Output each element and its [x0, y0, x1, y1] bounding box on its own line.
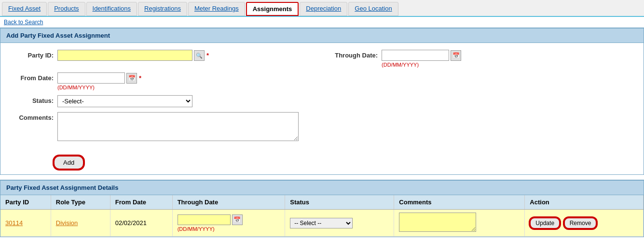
- from-date-group: From Date: 📅 * (DD/MM/YYYY): [10, 72, 141, 90]
- comments-textarea[interactable]: [57, 112, 299, 141]
- from-date-hint: (DD/MM/YYYY): [57, 85, 141, 90]
- through-date-input[interactable]: [382, 50, 449, 61]
- form-row-4: Comments:: [10, 112, 634, 141]
- form-row-1: Party ID: 🔍 * Through Date: 📅 (DD: [10, 50, 634, 68]
- from-date-value: 02/02/2021: [115, 219, 147, 227]
- add-assignment-section: Add Party Fixed Asset Assignment Party I…: [0, 28, 644, 175]
- col-status: Status: [285, 195, 394, 210]
- through-date-edit-group: 📅: [178, 214, 280, 225]
- tab-products[interactable]: Products: [48, 2, 85, 16]
- cell-role-type: Division: [51, 210, 110, 237]
- details-table-header-row: Party ID Role Type From Date Through Dat…: [0, 195, 644, 210]
- party-id-lookup-icon[interactable]: 🔍: [194, 50, 205, 61]
- from-date-required-star: *: [139, 74, 141, 82]
- through-date-label: Through Date:: [334, 50, 378, 59]
- add-section-header: Add Party Fixed Asset Assignment: [0, 28, 644, 43]
- details-table: Party ID Role Type From Date Through Dat…: [0, 195, 644, 237]
- party-id-control: 🔍 *: [57, 50, 209, 61]
- through-date-edit-hint: (DD/MM/YYYY): [178, 226, 280, 232]
- col-through-date: Through Date: [172, 195, 285, 210]
- tab-depreciation[interactable]: Depreciation: [300, 2, 347, 16]
- from-date-input-group: 📅 *: [57, 72, 141, 84]
- back-to-search-link[interactable]: Back to Search: [0, 17, 47, 28]
- comments-label: Comments:: [10, 112, 54, 121]
- tab-assignments[interactable]: Assignments: [246, 2, 299, 16]
- form-row-2: From Date: 📅 * (DD/MM/YYYY): [10, 72, 634, 90]
- status-control: -Select- Active Inactive: [57, 95, 192, 107]
- comments-group: Comments:: [10, 112, 299, 141]
- from-date-input[interactable]: [57, 72, 125, 84]
- comments-edit-textarea[interactable]: [399, 213, 476, 232]
- tab-meter-readings[interactable]: Meter Readings: [188, 2, 245, 16]
- status-edit-select[interactable]: -- Select -- Active Inactive: [290, 218, 353, 228]
- cell-through-date: 📅 (DD/MM/YYYY): [172, 210, 285, 237]
- details-table-body: 30114 Division 02/02/2021 📅 (DD/MM/YYYY): [0, 210, 644, 237]
- details-section: Party Fixed Asset Assignment Details Par…: [0, 180, 644, 237]
- from-date-control: 📅 * (DD/MM/YYYY): [57, 72, 141, 90]
- comments-control: [57, 112, 299, 141]
- through-date-edit-input[interactable]: [178, 214, 231, 225]
- details-section-header: Party Fixed Asset Assignment Details: [0, 180, 644, 195]
- tab-identifications[interactable]: Identifications: [86, 2, 137, 16]
- party-id-link[interactable]: 30114: [5, 219, 23, 227]
- cell-party-id: 30114: [0, 210, 51, 237]
- status-group: Status: -Select- Active Inactive: [10, 95, 192, 107]
- details-table-head: Party ID Role Type From Date Through Dat…: [0, 195, 644, 210]
- table-row: 30114 Division 02/02/2021 📅 (DD/MM/YYYY): [0, 210, 644, 237]
- tab-registrations[interactable]: Registrations: [138, 2, 187, 16]
- form-row-3: Status: -Select- Active Inactive: [10, 95, 634, 107]
- col-comments: Comments: [394, 195, 525, 210]
- role-type-value[interactable]: Division: [56, 219, 78, 227]
- cell-comments: [394, 210, 525, 237]
- add-form-body: Party ID: 🔍 * Through Date: 📅 (DD: [0, 43, 644, 153]
- col-from-date: From Date: [110, 195, 172, 210]
- remove-button[interactable]: Remove: [564, 217, 597, 229]
- through-date-calendar-icon[interactable]: 📅: [451, 50, 461, 61]
- through-date-input-group: 📅: [382, 50, 461, 61]
- through-date-hint: (DD/MM/YYYY): [382, 62, 461, 68]
- tabs-bar: Fixed Asset Products Identifications Reg…: [0, 0, 644, 17]
- status-label: Status:: [10, 95, 54, 104]
- from-date-label: From Date:: [10, 72, 54, 82]
- from-date-calendar-icon[interactable]: 📅: [126, 73, 137, 84]
- through-date-edit-calendar-icon[interactable]: 📅: [232, 214, 243, 225]
- add-button[interactable]: Add: [54, 156, 84, 170]
- tab-geo-location[interactable]: Geo Location: [348, 2, 398, 16]
- add-btn-row: Add: [0, 153, 644, 174]
- tab-fixed-asset[interactable]: Fixed Asset: [2, 2, 47, 16]
- party-id-group: Party ID: 🔍 *: [10, 50, 209, 61]
- party-id-input[interactable]: [57, 50, 192, 61]
- through-date-control: 📅 (DD/MM/YYYY): [382, 50, 461, 68]
- update-button[interactable]: Update: [530, 217, 560, 229]
- status-select[interactable]: -Select- Active Inactive: [57, 95, 192, 107]
- cell-action: Update Remove: [525, 210, 644, 237]
- cell-from-date: 02/02/2021: [110, 210, 172, 237]
- party-id-label: Party ID:: [10, 50, 54, 59]
- through-date-group: Through Date: 📅 (DD/MM/YYYY): [334, 50, 461, 68]
- party-id-required-star: *: [206, 52, 209, 59]
- col-action: Action: [525, 195, 644, 210]
- col-role-type: Role Type: [51, 195, 110, 210]
- col-party-id: Party ID: [0, 195, 51, 210]
- cell-status: -- Select -- Active Inactive: [285, 210, 394, 237]
- party-id-input-group: 🔍 *: [57, 50, 209, 61]
